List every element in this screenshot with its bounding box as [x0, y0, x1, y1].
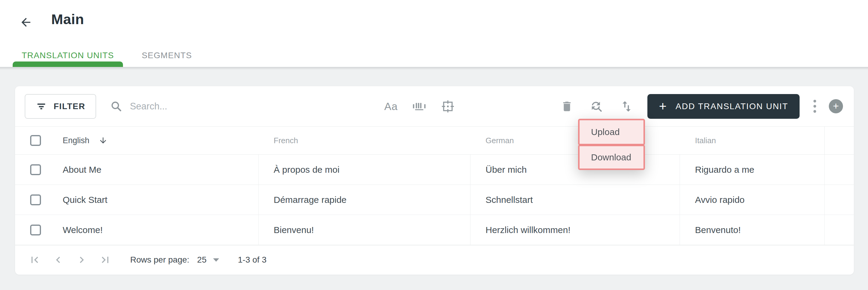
header-shadow [0, 67, 868, 70]
page-title: Main [51, 11, 84, 27]
cell-actions [825, 155, 854, 184]
view-options: Aa [384, 99, 455, 114]
menu-item-label: Upload [591, 127, 620, 137]
active-tab-indicator [13, 61, 123, 67]
menu-item-label: Download [591, 152, 631, 163]
cell-french[interactable]: Démarrage rapide [258, 185, 470, 215]
search-icon [110, 100, 123, 113]
delete-button[interactable] [561, 100, 573, 113]
center-focus-icon [441, 99, 455, 114]
cell-text: Welcome! [63, 225, 103, 235]
table-row: About Me À propos de moi Über mich Rigua… [15, 155, 854, 185]
kebab-icon [813, 100, 816, 103]
cell-actions [825, 215, 854, 245]
cell-text: Démarrage rapide [274, 195, 347, 205]
page-header: Main TRANSLATION UNITS SEGMENTS [0, 0, 868, 67]
text-case-button[interactable]: Aa [384, 100, 398, 112]
cell-text: About Me [63, 165, 101, 175]
table-header-row: English French German Italian [15, 126, 854, 155]
column-header-german: German [486, 136, 514, 145]
translation-units-card: FILTER Aa [15, 86, 854, 274]
search-input[interactable] [130, 101, 262, 112]
menu-item-download[interactable]: Download [578, 145, 645, 170]
rows-per-page-value: 25 [197, 255, 207, 265]
chevron-left-icon [52, 254, 64, 266]
pager [28, 254, 112, 266]
bulk-actions [561, 99, 633, 113]
select-all-checkbox[interactable] [30, 135, 41, 146]
sort-order-button[interactable] [620, 99, 633, 113]
trash-icon [561, 100, 573, 113]
filter-icon [36, 101, 47, 112]
cell-italian[interactable]: Benvenuto! [680, 215, 825, 245]
chevron-right-icon [75, 254, 88, 266]
plus-circle-icon: + [833, 101, 839, 111]
cell-french[interactable]: Bienvenu! [258, 215, 470, 245]
tab-bar: TRANSLATION UNITS SEGMENTS [13, 44, 201, 67]
cell-french[interactable]: À propos de moi [258, 155, 470, 184]
cell-text: Herzlich willkommen! [486, 225, 570, 235]
cell-german[interactable]: Schnellstart [470, 185, 680, 215]
add-translation-unit-button[interactable]: + ADD TRANSLATION UNIT [647, 94, 800, 119]
table-row: Quick Start Démarrage rapide Schnellstar… [15, 185, 854, 215]
cell-text: À propos de moi [274, 165, 339, 175]
find-replace-icon [590, 99, 603, 113]
row-checkbox[interactable] [30, 225, 41, 235]
sort-desc-icon[interactable] [98, 136, 107, 145]
cell-english[interactable]: About Me [15, 155, 258, 184]
tab-translation-units[interactable]: TRANSLATION UNITS [13, 44, 123, 67]
search-box [110, 100, 273, 113]
more-options-button[interactable] [813, 100, 816, 113]
cell-text: Bienvenu! [274, 225, 314, 235]
previous-page-button[interactable] [52, 254, 64, 266]
upload-download-button[interactable] [590, 99, 603, 113]
table-toolbar: FILTER Aa [15, 86, 854, 126]
first-page-button[interactable] [28, 254, 41, 266]
first-page-icon [28, 254, 41, 266]
barcode-icon [412, 100, 427, 113]
header-cell-english: English [15, 126, 258, 154]
cell-german[interactable]: Über mich [470, 155, 680, 184]
center-focus-button[interactable] [441, 99, 455, 114]
add-fab-button[interactable]: + [829, 99, 843, 113]
column-header-italian: Italian [695, 136, 716, 145]
barcode-button[interactable] [412, 100, 427, 113]
cell-italian[interactable]: Riguardo a me [680, 155, 825, 184]
cell-text: Über mich [486, 165, 527, 175]
caret-down-icon [213, 258, 219, 262]
cell-actions [825, 185, 854, 215]
last-page-button[interactable] [99, 254, 112, 266]
tab-segments[interactable]: SEGMENTS [133, 44, 201, 67]
cell-italian[interactable]: Avvio rapido [680, 185, 825, 215]
upload-download-menu: Upload Download [578, 119, 645, 170]
tab-label: SEGMENTS [142, 51, 192, 60]
last-page-icon [99, 254, 112, 266]
filter-label: FILTER [54, 102, 85, 111]
table-row: Welcome! Bienvenu! Herzlich willkommen! … [15, 215, 854, 245]
cell-german[interactable]: Herzlich willkommen! [470, 215, 680, 245]
rows-per-page-label: Rows per page: [130, 255, 189, 265]
arrow-left-icon [19, 16, 33, 29]
filter-button[interactable]: FILTER [25, 94, 96, 119]
header-cell-italian[interactable]: Italian [680, 126, 825, 154]
cell-english[interactable]: Welcome! [15, 215, 258, 245]
row-checkbox[interactable] [30, 195, 41, 205]
column-header-english[interactable]: English [63, 136, 90, 145]
menu-item-upload[interactable]: Upload [578, 119, 645, 145]
tab-label: TRANSLATION UNITS [22, 51, 114, 60]
column-header-french: French [274, 136, 298, 145]
header-cell-actions [825, 126, 854, 154]
header-cell-german[interactable]: German [470, 126, 680, 154]
cell-text: Schnellstart [486, 195, 533, 205]
row-checkbox[interactable] [30, 164, 41, 175]
plus-icon: + [659, 100, 667, 113]
cell-english[interactable]: Quick Start [15, 185, 258, 215]
rows-per-page-select[interactable]: 25 [197, 255, 219, 265]
pagination-range: 1-3 of 3 [238, 255, 267, 265]
cell-text: Benvenuto! [695, 225, 741, 235]
cell-text: Avvio rapido [695, 195, 745, 205]
header-cell-french[interactable]: French [258, 126, 470, 154]
add-button-label: ADD TRANSLATION UNIT [676, 102, 788, 111]
next-page-button[interactable] [75, 254, 88, 266]
back-button[interactable] [18, 14, 34, 31]
